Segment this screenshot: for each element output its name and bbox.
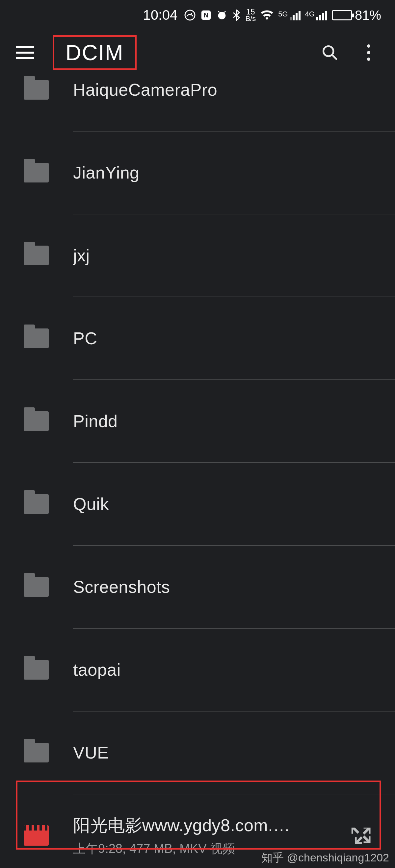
folder-icon [24, 80, 49, 100]
item-name: PC [73, 329, 379, 348]
data-rate-icon: 15 B/s [245, 8, 256, 22]
folder-icon [24, 246, 49, 265]
folder-icon [24, 660, 49, 680]
folder-icon [24, 577, 49, 597]
video-file-icon [24, 825, 49, 846]
speed-icon [184, 9, 196, 21]
file-list[interactable]: HaiqueCameraProJianYingjxjPCPinddQuikScr… [0, 75, 395, 868]
folder-row[interactable]: jxj [0, 214, 395, 297]
signal-4g-icon: 4G [305, 10, 327, 20]
svg-text:N: N [204, 11, 208, 19]
page-title: DCIM [65, 40, 124, 65]
item-name: Quik [73, 494, 379, 514]
folder-row[interactable]: PC [0, 297, 395, 379]
nfc-icon: N [200, 9, 211, 21]
battery-icon: 81% [332, 8, 381, 23]
item-name: Screenshots [73, 577, 379, 597]
watermark: 知乎 @chenshiqiang1202 [261, 850, 389, 865]
item-name: jxj [73, 246, 379, 265]
more-button[interactable] [356, 39, 382, 66]
item-name: JianYing [73, 163, 379, 183]
folder-row[interactable]: Quik [0, 463, 395, 545]
fullscreen-icon [351, 824, 374, 847]
clock: 10:04 [143, 7, 177, 23]
bluetooth-icon [232, 9, 241, 21]
search-button[interactable] [317, 39, 343, 66]
item-name: taopai [73, 660, 379, 680]
folder-icon [24, 743, 49, 763]
folder-row[interactable]: HaiqueCameraPro [0, 75, 395, 131]
item-name: VUE [73, 743, 379, 763]
folder-icon [24, 411, 49, 431]
alarm-icon [216, 9, 227, 21]
folder-row[interactable]: Screenshots [0, 546, 395, 628]
folder-row[interactable]: taopai [0, 629, 395, 711]
folder-icon [24, 163, 49, 183]
folder-icon [24, 494, 49, 514]
folder-row[interactable]: VUE [0, 712, 395, 794]
item-name: 阳光电影www.ygdy8.com.… [73, 814, 346, 837]
more-vert-icon [367, 44, 370, 61]
folder-icon [24, 329, 49, 348]
signal-5g-icon: 5G [278, 10, 300, 20]
fullscreen-button[interactable] [346, 824, 379, 847]
wifi-icon [260, 10, 274, 20]
menu-button[interactable] [16, 43, 34, 62]
svg-rect-6 [222, 15, 224, 16]
status-bar: 10:04 N 15 B/s 5G 4G 81% [0, 0, 395, 30]
item-name: Pindd [73, 411, 379, 431]
folder-row[interactable]: JianYing [0, 131, 395, 214]
item-name: HaiqueCameraPro [73, 80, 379, 100]
svg-line-8 [332, 55, 336, 59]
folder-row[interactable]: Pindd [0, 380, 395, 462]
title-highlight-box: DCIM [53, 35, 137, 70]
app-toolbar: DCIM [0, 30, 395, 75]
